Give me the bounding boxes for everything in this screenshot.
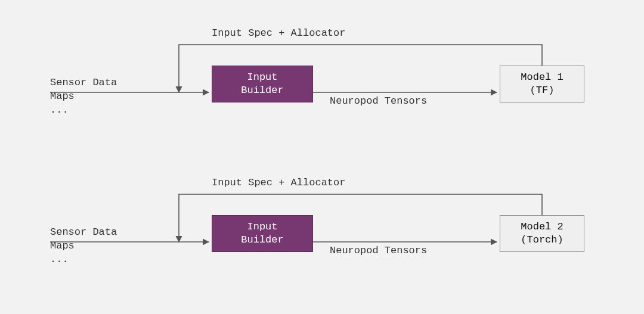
source-label-1: Sensor DataMaps... [50,76,117,117]
connectors [0,0,644,314]
diagram-canvas: Sensor DataMaps... InputBuilder Model 1(… [0,0,644,314]
model-label-2: Model 2(Torch) [521,220,563,247]
input-builder-label-1: InputBuilder [241,71,283,97]
model-label-1: Model 1(TF) [521,71,563,97]
spec-label-1: Input Spec + Allocator [212,27,345,39]
model-box-2: Model 2(Torch) [500,215,584,252]
tensor-label-2: Neuropod Tensors [330,245,427,256]
source-label-2: Sensor DataMaps... [50,226,117,267]
input-builder-label-2: InputBuilder [241,220,283,247]
model-box-1: Model 1(TF) [500,66,584,102]
input-builder-box-1: InputBuilder [212,66,313,102]
tensor-label-1: Neuropod Tensors [330,95,427,107]
input-builder-box-2: InputBuilder [212,215,313,252]
spec-label-2: Input Spec + Allocator [212,177,345,188]
